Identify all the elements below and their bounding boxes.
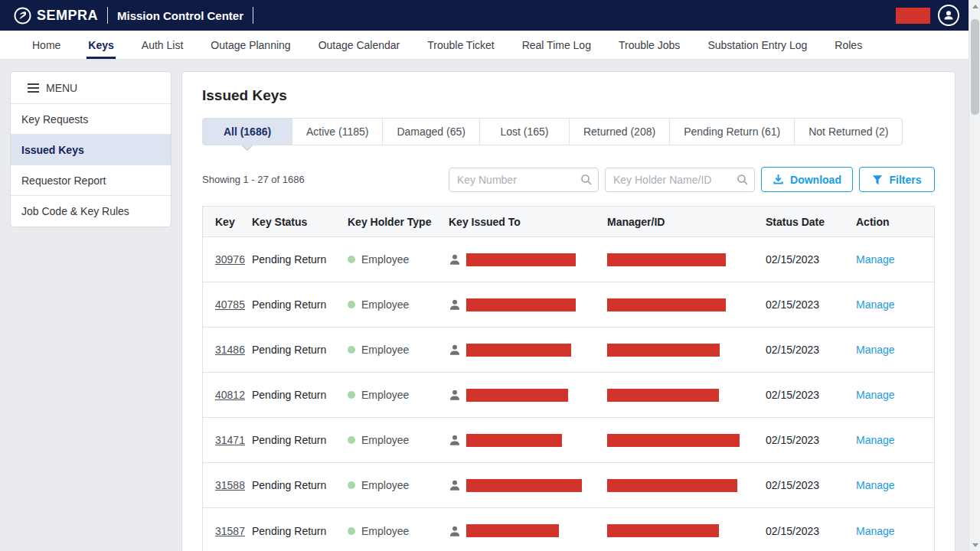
column-header-key-issued-to: Key Issued To (449, 216, 607, 228)
key-number-link[interactable]: 31588 (215, 479, 245, 491)
sidebar-menu: MENU Key Requests Issued Keys Requestor … (10, 71, 172, 227)
column-header-key-status: Key Status (252, 216, 348, 228)
redacted-manager-id (607, 253, 726, 266)
manage-link[interactable]: Manage (856, 525, 895, 537)
nav-item-outage-planning[interactable]: Outage Planning (209, 31, 292, 59)
redacted-key-issued-to (466, 434, 562, 447)
person-icon (449, 298, 461, 311)
download-button[interactable]: Download (761, 167, 853, 192)
redacted-username (896, 8, 930, 24)
download-icon (773, 174, 784, 185)
brand-name: SEMPRA (37, 8, 98, 24)
holder-type-label: Employee (361, 253, 409, 266)
nav-item-outage-calendar[interactable]: Outage Calendar (317, 31, 402, 59)
nav-item-home[interactable]: Home (31, 31, 62, 59)
page-title: Issued Keys (202, 87, 935, 104)
column-header-key-holder-type: Key Holder Type (348, 216, 449, 228)
issued-keys-table: Key Key Status Key Holder Type Key Issue… (202, 206, 935, 551)
nav-item-substation-entry-log[interactable]: Substation Entry Log (706, 31, 808, 59)
key-status: Pending Return (252, 389, 348, 401)
holder-status-dot (348, 436, 355, 444)
redacted-key-issued-to (466, 524, 559, 537)
holder-type-label: Employee (361, 298, 409, 311)
redacted-manager-id (607, 434, 740, 447)
redacted-manager-id (607, 344, 720, 357)
window-scrollbar[interactable] (969, 0, 980, 551)
sidebar-item-issued-keys[interactable]: Issued Keys (11, 135, 171, 165)
download-button-label: Download (790, 174, 841, 186)
nav-item-trouble-jobs[interactable]: Trouble Jobs (617, 31, 681, 59)
manage-link[interactable]: Manage (856, 479, 895, 491)
sidebar-item-requestor-report[interactable]: Requestor Report (11, 165, 171, 196)
key-number-input[interactable] (449, 168, 599, 192)
menu-toggle-button[interactable]: MENU (11, 72, 171, 104)
filters-button[interactable]: Filters (859, 167, 935, 192)
tab-damaged[interactable]: Damaged (65) (382, 118, 480, 145)
key-holder-input[interactable] (605, 168, 755, 192)
status-filter-tabs: All (1686) Active (1185) Damaged (65) Lo… (202, 118, 935, 145)
holder-status-dot (348, 256, 355, 263)
sempra-logo-icon (14, 7, 31, 24)
tab-not-returned[interactable]: Not Returned (2) (794, 118, 903, 145)
nav-item-real-time-log[interactable]: Real Time Log (521, 31, 593, 59)
redacted-manager-id (607, 524, 719, 537)
manage-link[interactable]: Manage (856, 344, 895, 356)
key-number-link[interactable]: 30976 (215, 253, 245, 266)
nav-item-keys[interactable]: Keys (87, 31, 115, 59)
table-row: 31587 Pending Return Employee 02/15/2023… (203, 508, 934, 551)
key-status: Pending Return (252, 253, 348, 266)
scroll-up-button[interactable] (969, 0, 980, 12)
column-header-action: Action (856, 216, 934, 228)
key-status: Pending Return (252, 434, 348, 446)
key-number-search (449, 168, 599, 192)
person-icon (449, 525, 461, 537)
manage-link[interactable]: Manage (856, 298, 895, 311)
key-status: Pending Return (252, 479, 348, 491)
table-row: 30976 Pending Return Employee 02/15/2023… (203, 237, 934, 282)
status-date: 02/15/2023 (766, 479, 856, 491)
key-number-link[interactable]: 31486 (215, 344, 245, 356)
redacted-key-issued-to (466, 479, 582, 492)
user-avatar-button[interactable] (938, 5, 959, 26)
app-title: Mission Control Center (117, 9, 243, 22)
key-number-link[interactable]: 31471 (215, 434, 245, 446)
key-number-link[interactable]: 31587 (215, 525, 245, 537)
manage-link[interactable]: Manage (856, 253, 895, 266)
table-row: 40785 Pending Return Employee 02/15/2023… (203, 282, 934, 328)
search-icon (580, 174, 593, 186)
holder-status-dot (348, 481, 355, 489)
person-icon (449, 434, 461, 446)
tab-active[interactable]: Active (1185) (292, 118, 383, 145)
tab-pending-return[interactable]: Pending Return (61) (669, 118, 795, 145)
redacted-key-issued-to (466, 344, 571, 357)
key-number-link[interactable]: 40785 (215, 298, 245, 311)
holder-type-label: Employee (361, 525, 409, 537)
showing-count-text: Showing 1 - 27 of 1686 (202, 174, 305, 185)
tab-lost[interactable]: Lost (165) (479, 118, 570, 145)
redacted-key-issued-to (466, 389, 568, 402)
nav-item-trouble-ticket[interactable]: Trouble Ticket (426, 31, 495, 59)
table-header-row: Key Key Status Key Holder Type Key Issue… (203, 207, 934, 237)
redacted-manager-id (607, 479, 737, 492)
filter-funnel-icon (872, 174, 883, 185)
scrollbar-thumb[interactable] (971, 19, 979, 115)
sidebar-item-job-code-key-rules[interactable]: Job Code & Key Rules (11, 196, 171, 227)
tab-returned[interactable]: Returned (208) (569, 118, 670, 145)
key-number-link[interactable]: 40812 (215, 389, 245, 401)
sidebar-item-key-requests[interactable]: Key Requests (11, 104, 171, 135)
tab-all[interactable]: All (1686) (202, 118, 292, 145)
nav-item-auth-list[interactable]: Auth List (140, 31, 185, 59)
nav-item-roles[interactable]: Roles (833, 31, 864, 59)
filter-toolbar: Showing 1 - 27 of 1686 Download (202, 167, 935, 192)
column-header-manager-id: Manager/ID (607, 216, 766, 228)
status-date: 02/15/2023 (766, 434, 856, 446)
key-holder-search (605, 168, 755, 192)
key-status: Pending Return (252, 525, 348, 537)
hamburger-icon (28, 81, 39, 95)
top-header-bar: SEMPRA Mission Control Center (0, 0, 969, 31)
table-row: 31471 Pending Return Employee 02/15/2023… (203, 418, 934, 463)
table-row: 31486 Pending Return Employee 02/15/2023… (203, 328, 934, 373)
scroll-down-button[interactable] (969, 539, 980, 551)
manage-link[interactable]: Manage (856, 434, 895, 446)
manage-link[interactable]: Manage (856, 389, 895, 401)
